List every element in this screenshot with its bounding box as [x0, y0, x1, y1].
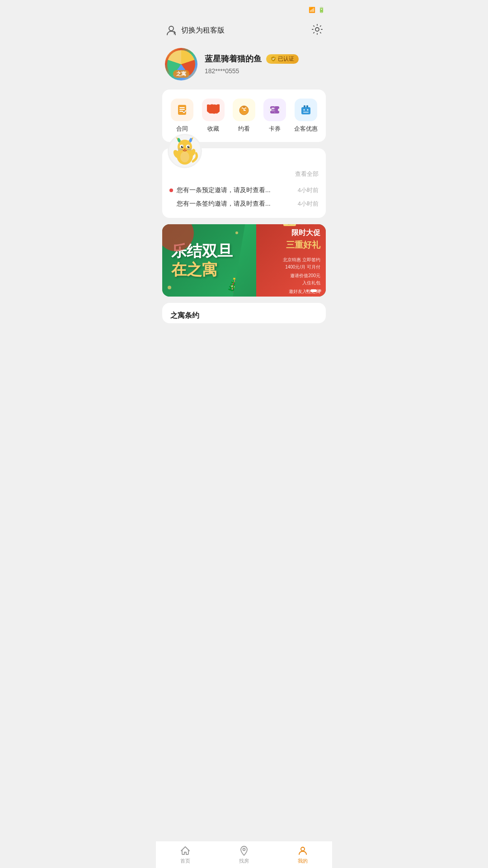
action-contract[interactable]: 合同: [167, 99, 197, 133]
action-enterprise[interactable]: 企客优惠: [291, 99, 321, 133]
switch-tenant-icon: [165, 24, 178, 37]
notification-item-1[interactable]: 您有一条预定邀请，请及时查看... 4小时前: [169, 184, 319, 197]
switch-label: 切换为租客版: [181, 26, 225, 35]
notification-time-2: 4小时前: [298, 200, 319, 208]
action-favorite-label: 收藏: [207, 125, 219, 133]
avatar-label: 之寓: [173, 70, 189, 78]
svg-point-30: [188, 146, 190, 148]
svg-point-40: [180, 151, 189, 162]
svg-point-16: [303, 109, 305, 111]
signal-icon: 📶: [309, 7, 315, 13]
svg-point-17: [307, 109, 308, 111]
banner-detail-1: 北京特惠 立即签约1400元/月 可月付: [262, 256, 320, 271]
dot-decor-1: [168, 286, 171, 289]
notification-time-1: 4小时前: [298, 186, 319, 194]
action-appointment[interactable]: 约看: [229, 99, 259, 133]
profile-phone: 182****0555: [205, 67, 239, 75]
switch-tenant-button[interactable]: 切换为租客版: [165, 24, 225, 37]
banner-left: 乐结双旦在之寓 🎄: [162, 224, 256, 297]
shield-icon: [271, 56, 276, 61]
profile-name: 蓝星骑着猫的鱼: [205, 53, 262, 64]
banner-bg: 乐结双旦在之寓 🎄 之寓 高品质公寓 限时大促 三重好礼 北京特惠 立即签约14…: [162, 224, 326, 297]
tree-icon: 🎄: [226, 277, 243, 293]
svg-point-31: [182, 146, 183, 147]
read-dot: [169, 202, 173, 206]
profile-section: 之寓 蓝星骑着猫的鱼 已认证 182****0555: [156, 44, 332, 90]
banner-dots: [306, 289, 321, 292]
banner-right: 之寓 高品质公寓 限时大促 三重好礼 北京特惠 立即签约1400元/月 可月付 …: [256, 224, 326, 297]
unread-dot: [169, 189, 173, 192]
avatar[interactable]: 之寓: [165, 48, 197, 80]
appointment-icon: [238, 104, 250, 116]
verified-badge: 已认证: [266, 54, 299, 64]
mascot-circle: [168, 134, 202, 168]
action-coupon[interactable]: 卡券: [259, 99, 290, 133]
actions-row: 合同 收藏 约看: [167, 99, 321, 133]
terms-title: 之寓条约: [170, 311, 199, 319]
svg-rect-13: [301, 107, 310, 114]
mascot-icon: [169, 135, 201, 167]
svg-rect-11: [272, 108, 274, 109]
banner-dot-3: [319, 289, 321, 292]
brand-tag: 之寓: [283, 224, 296, 226]
top-bar: 切换为租客版: [156, 20, 332, 44]
action-enterprise-label: 企客优惠: [294, 125, 318, 133]
notification-header: 查看全部: [169, 170, 319, 178]
appointment-icon-wrap: [233, 99, 255, 121]
banner-dot-2: [310, 289, 317, 292]
svg-rect-18: [303, 112, 309, 113]
action-coupon-label: 卡券: [269, 125, 281, 133]
svg-point-33: [184, 149, 186, 150]
banner-promo-title: 限时大促: [262, 228, 320, 238]
profile-info: 蓝星骑着猫的鱼 已认证 182****0555: [205, 53, 323, 75]
view-all-label[interactable]: 查看全部: [295, 170, 319, 178]
svg-rect-2: [178, 105, 186, 115]
gear-icon: [311, 24, 323, 35]
svg-point-9: [278, 108, 281, 111]
enterprise-icon-wrap: [295, 99, 317, 121]
svg-point-29: [181, 146, 183, 148]
wifi-icon: 🔋: [318, 7, 325, 13]
favorite-icon: [207, 104, 220, 116]
banner-brand: 之寓 高品质公寓: [262, 224, 320, 226]
banner-detail-2: 邀请价值200元入住礼包: [262, 272, 320, 287]
notification-text-1: 您有一条预定邀请，请及时查看...: [177, 186, 271, 194]
coupon-icon-wrap: [263, 99, 286, 121]
svg-point-0: [169, 26, 174, 31]
svg-rect-12: [272, 110, 274, 111]
contract-icon-wrap: [171, 99, 193, 121]
coupon-icon: [268, 104, 281, 116]
terms-card[interactable]: 之寓条约: [162, 303, 326, 323]
brand-sub: 高品质公寓: [298, 224, 320, 226]
status-bar: 📶 🔋: [156, 0, 332, 20]
banner-dot-1: [306, 289, 309, 292]
svg-rect-15: [306, 105, 308, 108]
banner-section[interactable]: 乐结双旦在之寓 🎄 之寓 高品质公寓 限时大促 三重好礼 北京特惠 立即签约14…: [162, 224, 326, 297]
settings-button[interactable]: [311, 24, 323, 37]
notification-text-2: 您有一条签约邀请，请及时查看...: [177, 200, 271, 208]
svg-point-1: [315, 28, 319, 31]
mascot: [167, 132, 203, 168]
banner-promo-subtitle: 三重好礼: [262, 239, 320, 251]
svg-point-8: [269, 108, 272, 111]
notification-item-2[interactable]: 您有一条签约邀请，请及时查看... 4小时前: [169, 197, 319, 211]
enterprise-icon: [300, 104, 312, 116]
action-favorite[interactable]: 收藏: [197, 99, 228, 133]
action-appointment-label: 约看: [238, 125, 250, 133]
dot-decor-2: [235, 231, 238, 234]
notification-section: 查看全部 您有一条预定邀请，请及时查看... 4小时前 您有一条签约邀请，请及时…: [162, 148, 326, 218]
svg-point-32: [188, 146, 189, 147]
svg-rect-14: [304, 105, 305, 108]
favorite-icon-wrap: [202, 99, 225, 121]
svg-point-4: [243, 107, 245, 108]
contract-icon: [176, 104, 188, 116]
verified-text: 已认证: [278, 55, 294, 63]
